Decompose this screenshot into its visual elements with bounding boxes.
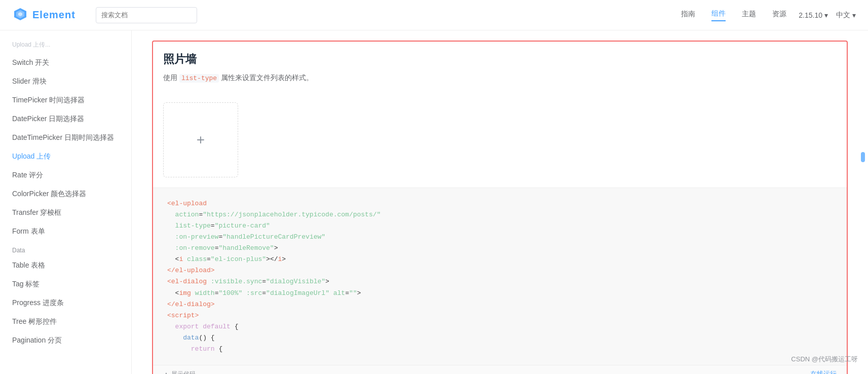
code-block: <el-upload action="https://jsonplacehold… (167, 198, 833, 355)
nav-component[interactable]: 组件 (711, 9, 726, 21)
sidebar-item-tag[interactable]: Tag 标签 (0, 275, 131, 293)
section-title: 照片墙 (153, 42, 847, 72)
section-desc: 使用 list-type 属性来设置文件列表的样式。 (153, 72, 847, 92)
main-content: 照片墙 使用 list-type 属性来设置文件列表的样式。 + <el-upl… (132, 30, 868, 374)
code-section: <el-upload action="https://jsonplacehold… (153, 188, 847, 365)
header: Element 指南 组件 主题 资源 2.15.10 ▾ 中文 ▾ (0, 0, 868, 30)
sidebar: Upload 上传... Switch 开关 Slider 滑块 TimePic… (0, 30, 132, 374)
sidebar-item-form[interactable]: Form 表单 (0, 222, 131, 241)
element-logo-icon (12, 7, 28, 23)
sidebar-item-rate[interactable]: Rate 评分 (0, 166, 131, 184)
logo[interactable]: Element (12, 7, 76, 23)
version-selector[interactable]: 2.15.10 ▾ (799, 11, 828, 19)
logo-text: Element (32, 9, 76, 21)
run-online-button[interactable]: 在线运行 (810, 369, 837, 374)
scroll-indicator[interactable] (861, 152, 865, 162)
section-desc-suffix: 属性来设置文件列表的样式。 (219, 73, 313, 82)
sidebar-item-switch[interactable]: Switch 开关 (0, 53, 131, 72)
sidebar-item-upload[interactable]: Upload 上传 (0, 147, 131, 166)
sidebar-item-timepicker[interactable]: TimePicker 时间选择器 (0, 91, 131, 109)
watermark: CSDN @代码搬运工呀 (791, 355, 858, 364)
upload-plus-icon: + (197, 132, 205, 148)
nav-resource[interactable]: 资源 (772, 10, 786, 21)
code-expand-area[interactable]: ▲ 展示代码 (163, 370, 196, 374)
version-chevron-icon: ▾ (824, 11, 828, 19)
section-desc-prefix: 使用 (163, 73, 179, 82)
page-layout: Upload 上传... Switch 开关 Slider 滑块 TimePic… (0, 30, 868, 374)
demo-section-photo-wall: 照片墙 使用 list-type 属性来设置文件列表的样式。 + <el-upl… (152, 41, 848, 374)
sidebar-item-progress[interactable]: Progress 进度条 (0, 293, 131, 312)
code-footer: ▲ 展示代码 在线运行 (153, 365, 847, 374)
sidebar-item-datepicker[interactable]: DatePicker 日期选择器 (0, 109, 131, 128)
language-text: 中文 (836, 11, 850, 20)
sidebar-truncated: Upload 上传... (0, 39, 131, 53)
sidebar-item-table[interactable]: Table 表格 (0, 256, 131, 275)
nav-guide[interactable]: 指南 (681, 10, 695, 21)
sidebar-item-pagination[interactable]: Pagination 分页 (0, 331, 131, 350)
sidebar-section-data: Data (0, 241, 131, 256)
language-selector[interactable]: 中文 ▾ (836, 11, 856, 20)
expand-label: 展示代码 (171, 370, 196, 374)
version-text: 2.15.10 (799, 11, 822, 19)
search-box[interactable] (96, 7, 197, 23)
sidebar-item-datetimepicker[interactable]: DateTimePicker 日期时间选择器 (0, 128, 131, 147)
sidebar-item-tree[interactable]: Tree 树形控件 (0, 312, 131, 331)
search-input[interactable] (96, 7, 197, 23)
lang-chevron-icon: ▾ (852, 11, 856, 19)
upload-picture-card[interactable]: + (163, 102, 238, 177)
sidebar-item-slider[interactable]: Slider 滑块 (0, 72, 131, 91)
expand-up-icon: ▲ (163, 370, 169, 374)
nav-theme[interactable]: 主题 (742, 10, 756, 21)
demo-preview: + (153, 92, 847, 188)
section-desc-code: list-type (179, 74, 219, 83)
sidebar-item-colorpicker[interactable]: ColorPicker 颜色选择器 (0, 184, 131, 203)
sidebar-item-transfer[interactable]: Transfer 穿梭框 (0, 203, 131, 222)
nav-links: 指南 组件 主题 资源 (681, 9, 786, 21)
